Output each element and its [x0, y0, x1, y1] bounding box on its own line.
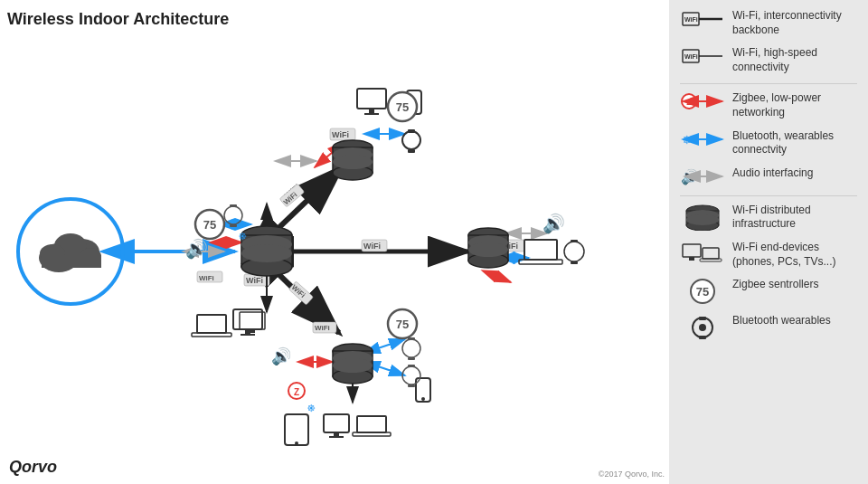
- svg-rect-145: [700, 259, 722, 261]
- svg-rect-98: [571, 240, 578, 242]
- svg-line-30: [315, 152, 333, 167]
- svg-rect-78: [408, 149, 415, 153]
- svg-rect-99: [571, 261, 578, 264]
- svg-text:Z: Z: [294, 387, 299, 397]
- svg-rect-94: [250, 329, 255, 333]
- svg-rect-142: [683, 244, 701, 257]
- svg-rect-117: [353, 432, 391, 436]
- svg-text:🔊: 🔊: [271, 346, 292, 366]
- svg-text:WiFi: WiFi: [199, 274, 214, 282]
- svg-rect-93: [240, 312, 265, 329]
- svg-rect-143: [689, 257, 694, 261]
- svg-rect-113: [324, 414, 349, 432]
- legend-icon-audio: 🔊: [680, 166, 725, 186]
- legend-text-audio: Audio interfacing: [732, 166, 813, 181]
- svg-text:Z: Z: [686, 98, 692, 107]
- svg-point-151: [699, 324, 706, 331]
- svg-text:75: 75: [396, 100, 409, 114]
- svg-rect-111: [285, 414, 308, 445]
- svg-text:🔊: 🔊: [542, 213, 565, 234]
- svg-text:75: 75: [396, 318, 409, 331]
- svg-text:⎈: ⎈: [307, 400, 316, 414]
- logo: Qorvo: [9, 458, 57, 477]
- svg-rect-72: [369, 109, 374, 113]
- svg-line-40: [495, 276, 511, 282]
- svg-line-37: [378, 366, 405, 375]
- svg-rect-149: [699, 317, 706, 320]
- svg-point-48: [241, 244, 292, 262]
- svg-point-103: [402, 339, 420, 357]
- svg-point-63: [468, 242, 508, 257]
- legend-text-wifi-infra: Wi-Fi distributed infrastructure: [732, 204, 857, 232]
- svg-point-53: [333, 155, 373, 169]
- legend-item-wifi-backbone: WiFi Wi-Fi, interconnectivity backbone: [680, 9, 857, 37]
- svg-rect-84: [230, 224, 237, 227]
- copyright: ©2017 Qorvo, Inc.: [599, 470, 665, 479]
- svg-point-102: [421, 397, 425, 401]
- legend-text-wifi-highspeed: Wi-Fi, high-speed connectivity: [732, 46, 857, 74]
- svg-rect-96: [519, 260, 562, 264]
- svg-text:🔊: 🔊: [681, 168, 699, 185]
- svg-rect-95: [524, 240, 557, 260]
- legend-item-audio: 🔊 Audio interfacing: [680, 166, 857, 186]
- legend-icon-zigbee-sentrollers: 75: [680, 278, 725, 305]
- legend-text-wifi-backbone: Wi-Fi, interconnectivity backbone: [732, 9, 857, 37]
- legend-item-wifi-highspeed: WiFi Wi-Fi, high-speed connectivity: [680, 46, 857, 74]
- svg-rect-83: [230, 204, 237, 207]
- legend-item-bt-wearables: Bluetooth wearables: [680, 314, 857, 341]
- legend-icon-wifi-infra: [680, 204, 725, 231]
- diagram-area: WiFi WiFi WiFi WiFi WiFi WiFi WiFi WiFi: [0, 0, 669, 484]
- svg-text:75: 75: [203, 218, 216, 232]
- svg-text:⎈: ⎈: [683, 131, 692, 147]
- svg-rect-150: [699, 336, 706, 339]
- legend-text-bt-wearables: Bluetooth wearables: [732, 314, 831, 328]
- legend-icon-bt-wearables: [680, 314, 725, 341]
- svg-text:🔊: 🔊: [185, 238, 208, 260]
- svg-rect-71: [357, 89, 386, 109]
- svg-rect-144: [703, 248, 719, 259]
- legend-icon-zigbee: Z: [680, 91, 725, 111]
- svg-rect-70: [42, 255, 101, 268]
- legend-item-zigbee: Z Zigbee, low-power networking: [680, 91, 857, 119]
- legend-item-bluetooth: ⎈ Bluetooth, wearables connectvity: [680, 129, 857, 157]
- legend-text-bluetooth: Bluetooth, wearables connectvity: [732, 129, 857, 157]
- legend-text-wifi-devices: Wi-Fi end-devices (phones, PCs, TVs...): [732, 241, 857, 269]
- svg-rect-92: [192, 333, 231, 337]
- svg-rect-91: [197, 315, 226, 333]
- svg-line-36: [378, 339, 405, 348]
- legend-item-wifi-devices: Wi-Fi end-devices (phones, PCs, TVs...): [680, 241, 857, 269]
- svg-rect-114: [334, 432, 339, 436]
- legend-item-zigbee-sentrollers: 75 Zigbee sentrollers: [680, 278, 857, 305]
- legend-item-wifi-infra: Wi-Fi distributed infrastructure: [680, 204, 857, 232]
- legend-icon-wifi-highspeed: WiFi: [680, 46, 725, 66]
- svg-rect-77: [408, 129, 415, 133]
- svg-text:WiFi: WiFi: [246, 276, 263, 285]
- svg-text:WiFi: WiFi: [363, 242, 381, 251]
- svg-rect-73: [364, 113, 379, 115]
- svg-rect-105: [408, 357, 415, 360]
- svg-text:WiFi: WiFi: [315, 324, 330, 332]
- svg-point-97: [564, 242, 584, 261]
- svg-point-141: [686, 214, 719, 225]
- legend-icon-bluetooth: ⎈: [680, 129, 725, 149]
- legend-icon-wifi-devices: [680, 241, 725, 268]
- svg-text:⎈: ⎈: [239, 228, 247, 242]
- svg-rect-90: [241, 334, 255, 336]
- legend-icon-wifi-backbone: WiFi: [680, 9, 725, 29]
- legend-text-zigbee-sentrollers: Zigbee sentrollers: [732, 278, 818, 292]
- svg-text:WiFi: WiFi: [684, 16, 698, 23]
- svg-text:WiFi: WiFi: [332, 130, 349, 139]
- svg-text:75: 75: [696, 285, 709, 299]
- svg-point-58: [333, 358, 373, 373]
- svg-rect-107: [408, 365, 415, 367]
- legend-text-zigbee: Zigbee, low-power networking: [732, 91, 857, 119]
- svg-text:WiFi: WiFi: [684, 53, 698, 60]
- svg-point-112: [295, 441, 298, 445]
- svg-rect-108: [408, 384, 415, 387]
- svg-point-82: [224, 206, 242, 224]
- legend-panel: WiFi Wi-Fi, interconnectivity backbone W…: [669, 0, 868, 484]
- svg-rect-116: [357, 416, 386, 432]
- svg-rect-115: [329, 436, 344, 438]
- svg-point-76: [402, 131, 420, 149]
